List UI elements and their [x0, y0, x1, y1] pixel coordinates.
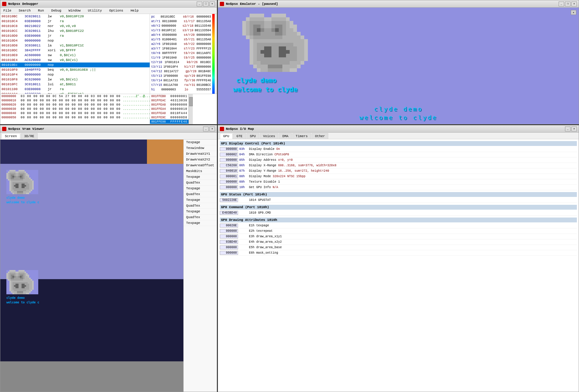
- iomap-tab-bar: GPUGTESPUVoicesDMATimersOther: [218, 133, 579, 139]
- io-tab-dma[interactable]: DMA: [279, 133, 292, 139]
- asm-line[interactable]: 801010BC3C028011lwv0,$8010FC20: [0, 14, 150, 19]
- asm-line[interactable]: 801010E0AC600000sw0,$0(v1): [0, 53, 150, 58]
- mem-line-left[interactable]: 0000002000 00 00 00 00 00 00 00 00 00 00…: [0, 103, 150, 107]
- asm-line[interactable]: 801010F88C620000lwv0,$0(v1): [0, 77, 150, 82]
- io-desc: Display Mode320x224 NTSC 15bpp: [249, 175, 577, 178]
- vram-sidebar-item[interactable]: Texpage: [184, 197, 217, 203]
- mem-line-right[interactable]: 801FFE98FFFFFE46: [150, 120, 189, 124]
- io-value: 000000: [220, 245, 238, 249]
- vram-sidebar-item[interactable]: Texpage: [184, 140, 217, 145]
- asm-line[interactable]: 801010DC3842FFFFxoriv0,$FFFF: [0, 48, 150, 53]
- io-row: 5602220E 1814 GPUSTAT: [220, 198, 577, 203]
- asm-line[interactable]: 801010CC3C028011lhuv0,$8010FC22: [0, 29, 150, 33]
- io-tab-gpu[interactable]: GPU: [220, 133, 233, 139]
- asm-line[interactable]: 8010110003E00008jrra: [0, 87, 150, 92]
- vram-sidebar-item[interactable]: QuadTex: [184, 203, 217, 209]
- emu-screen-close[interactable]: ✕: [571, 10, 576, 15]
- io-tab-voices[interactable]: Voices: [260, 133, 278, 139]
- asm-line[interactable]: 801010C403E00008jrra: [0, 19, 150, 24]
- emulator-title: No$psx Emulator - [paused]: [226, 2, 557, 6]
- vram-sidebar-item[interactable]: Texpage: [184, 209, 217, 215]
- mem-line-right[interactable]: 801FFE9C000000D8: [150, 115, 189, 120]
- mem-line-left[interactable]: 0000001000 00 00 00 00 00 00 00 00 00 00…: [0, 98, 150, 103]
- menu-help[interactable]: Help: [129, 8, 140, 13]
- mem-line-right[interactable]: 801FFEA08010FA44: [150, 111, 189, 115]
- menu-file[interactable]: File: [2, 8, 13, 13]
- io-tab-spu[interactable]: SPU: [247, 133, 259, 139]
- reg-line: t7/r158011A760ra/r3180100BCC: [151, 83, 212, 87]
- vram-sidebar-item[interactable]: QuadTex: [184, 191, 217, 197]
- io-desc: E6h mask_setting: [249, 251, 577, 255]
- mem-line-right[interactable]: 801FFEA400000010: [150, 107, 189, 111]
- vram-sidebar-item[interactable]: Texwindow: [184, 145, 217, 151]
- vram-tab-3d[interactable]: 3D/RE: [21, 133, 38, 139]
- io-value: 000000: [220, 229, 238, 233]
- menu-options[interactable]: Options: [107, 8, 125, 13]
- asm-line[interactable]: 801010FC3C018011luiat,$8011: [0, 82, 150, 87]
- io-row: 000002 04h DMA DirectionCPUtoGP0: [220, 152, 577, 157]
- vram-sidebar-item[interactable]: QuadTex: [184, 180, 217, 186]
- emu-minimize[interactable]: _: [559, 2, 564, 6]
- debugger-minimize[interactable]: _: [197, 2, 202, 6]
- asm-line[interactable]: 801010Ec00000000nop: [0, 63, 150, 67]
- io-reg: 07h: [239, 169, 248, 173]
- asm-line[interactable]: 801010C800210022norv0,v0,v0: [0, 24, 150, 29]
- mem-scrollbar[interactable]: [189, 94, 193, 124]
- mem-line-left[interactable]: 0000003000 00 00 00 00 00 00 00 00 00 00…: [0, 107, 150, 111]
- asm-line[interactable]: 801010F400000000nop: [0, 72, 150, 77]
- menu-window[interactable]: Window: [67, 8, 83, 13]
- reg-line: t0/r800FFFFFFt8/r248011A6FC: [151, 51, 212, 56]
- asm-line[interactable]: 801010D83C038011lav1,$8010FC1C: [0, 43, 150, 48]
- asm-line[interactable]: 801010E4AC620000swv0,$0(v1): [0, 58, 150, 63]
- io-value: E403BD40: [220, 211, 238, 215]
- reg-line: v1/r38010FC1Cs3/r19801133504: [151, 28, 212, 33]
- menu-run[interactable]: Run: [36, 8, 46, 13]
- debugger-close[interactable]: ✕: [209, 2, 215, 6]
- io-value: 000001: [220, 174, 238, 178]
- mem-line-right[interactable]: 801FFEA800000000: [150, 103, 189, 107]
- mem-line-right[interactable]: 801FFE9480100BC4: [150, 124, 189, 124]
- vram-sidebar-item[interactable]: QuadTex: [184, 215, 217, 220]
- menu-search[interactable]: Search: [17, 8, 32, 13]
- menu-utility[interactable]: Utility: [86, 8, 104, 13]
- vram-close[interactable]: ✕: [209, 127, 215, 131]
- vram-tab-screen[interactable]: Screen: [2, 133, 20, 139]
- iomap-close[interactable]: ✕: [571, 127, 577, 131]
- emu-restore[interactable]: ❐: [565, 2, 570, 6]
- vram-tab-bar: Screen 3D/RE: [0, 133, 217, 140]
- asm-line[interactable]: 801010F01040FFFDbeqv0,0,$801010E8 ;||: [0, 67, 150, 72]
- vram-sidebar-item[interactable]: DrawAreaX1Y1: [184, 151, 217, 157]
- mem-line-right[interactable]: 801FFEB000000001: [150, 94, 189, 98]
- io-tab-other[interactable]: Other: [312, 133, 328, 139]
- io-desc: E1h texpage: [249, 224, 577, 227]
- vram-sidebar-item[interactable]: Texpage: [184, 220, 217, 226]
- asm-line[interactable]: 801010D400000000nop: [0, 38, 150, 43]
- vram-minimize[interactable]: _: [203, 127, 209, 131]
- iomap-minimize[interactable]: _: [565, 127, 570, 131]
- reg-line: t4/r128011A727gp/r28801B48C: [151, 69, 212, 74]
- io-value: 03BD40: [220, 240, 238, 244]
- mem-left[interactable]: 0000000003 00 00 00 80 0C 5A 27 08 00 40…: [0, 94, 150, 124]
- mem-line-left[interactable]: 0000000003 00 00 00 80 0C 5A 27 08 00 40…: [0, 94, 150, 98]
- menu-debug[interactable]: Debug: [49, 8, 63, 13]
- emu-close[interactable]: ✕: [571, 2, 577, 6]
- vram-sidebar-item[interactable]: DrawAreaOffset: [184, 163, 217, 168]
- vram-sidebar-item[interactable]: MaskBits: [184, 168, 217, 174]
- reg-line: a0/r405000000s4/r2000000000: [151, 33, 212, 37]
- io-tab-timers[interactable]: Timers: [292, 133, 311, 139]
- vram-sidebar-item[interactable]: Texpage: [184, 174, 217, 180]
- vram-sidebar-item[interactable]: DrawAreaX2Y2: [184, 157, 217, 163]
- asm-line[interactable]: 80101104AC22FC20swv0,-$3E0(at): [0, 92, 150, 94]
- vram-sidebar-item[interactable]: Texpage: [184, 186, 217, 191]
- debugger-maximize[interactable]: □: [203, 2, 209, 6]
- mem-right[interactable]: 801FFEB000000001801FFEAC46313038801FFEA8…: [150, 94, 189, 124]
- mem-line-left[interactable]: 0000005000 00 00 00 00 00 00 00 00 00 00…: [0, 115, 150, 120]
- asm-line[interactable]: 801010D003E00008jrra: [0, 33, 150, 38]
- io-row: C50260 06h Display X-Range608..3168, sum…: [220, 163, 577, 168]
- emulator-window: No$psx Emulator - [paused] _ ❐ ✕ ✕ clyde…: [218, 0, 579, 124]
- mem-line-right[interactable]: 801FFEAC46313038: [150, 98, 189, 103]
- io-tab-gte[interactable]: GTE: [233, 133, 246, 139]
- mem-line-left[interactable]: 0000004000 00 00 00 00 00 00 00 00 00 00…: [0, 111, 150, 115]
- vram-sidebar[interactable]: TexpageTexwindowDrawAreaX1Y1DrawAreaX2Y2…: [183, 140, 217, 392]
- asm-panel[interactable]: 801010BC3C028011lwv0,$8010FC20801010C403…: [0, 14, 150, 94]
